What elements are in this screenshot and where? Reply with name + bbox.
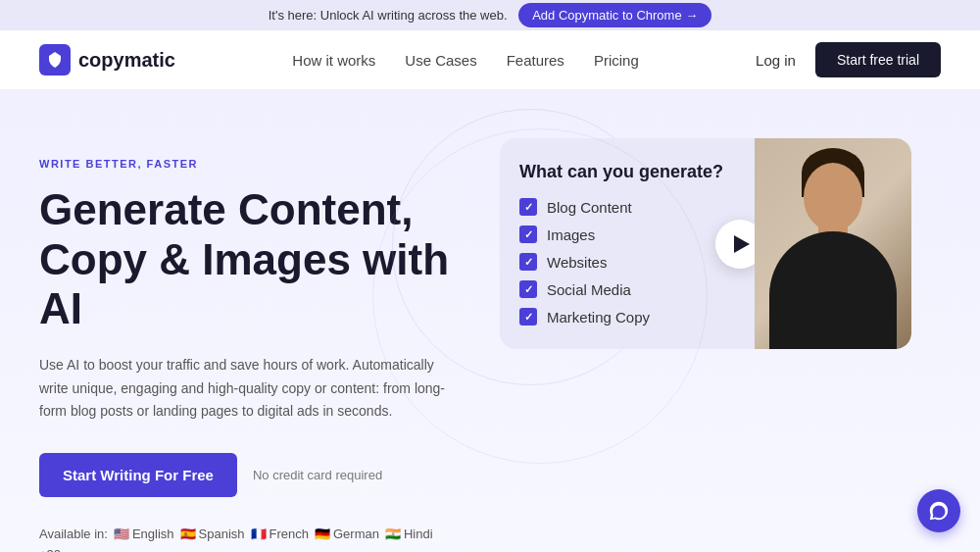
flag-german: 🇩🇪 <box>315 527 330 541</box>
nav-actions: Log in Start free trial <box>756 42 941 77</box>
check-icon <box>519 280 537 298</box>
label-french: French <box>270 527 309 541</box>
person-head <box>804 163 862 231</box>
trial-button[interactable]: Start free trial <box>815 42 941 77</box>
top-banner: It's here: Unlock AI writing across the … <box>0 0 980 30</box>
label-spanish: Spanish <box>199 527 245 541</box>
checklist-item-2: Images <box>547 226 595 243</box>
flag-spanish: 🇪🇸 <box>180 527 196 541</box>
cta-button[interactable]: Start Writing For Free <box>39 453 237 497</box>
lang-german: 🇩🇪 German <box>315 527 379 541</box>
left-column: WRITE BETTER, FASTER Generate Content,Co… <box>39 138 461 552</box>
lang-french: 🇫🇷 French <box>251 527 309 541</box>
person-body <box>769 231 897 349</box>
nav-pricing[interactable]: Pricing <box>594 52 639 69</box>
nav-features[interactable]: Features <box>507 52 564 69</box>
flag-hindi: 🇮🇳 <box>385 527 401 541</box>
check-icon <box>519 253 537 271</box>
checklist-item-3: Websites <box>547 254 607 271</box>
label-english: English <box>132 527 174 541</box>
check-icon <box>519 198 537 216</box>
logo[interactable]: copymatic <box>39 44 175 75</box>
navbar: copymatic How it works Use Cases Feature… <box>0 30 980 89</box>
main-content: WRITE BETTER, FASTER Generate Content,Co… <box>0 89 980 552</box>
label-hindi: Hindi <box>404 527 433 541</box>
banner-text: It's here: Unlock AI writing across the … <box>269 8 508 23</box>
label-german: German <box>333 527 379 541</box>
lang-hindi: 🇮🇳 Hindi <box>385 527 433 541</box>
nav-links: How it works Use Cases Features Pricing <box>292 52 638 69</box>
languages-prefix: Available in: <box>39 527 108 541</box>
nav-use-cases[interactable]: Use Cases <box>405 52 476 69</box>
checklist-item-4: Social Media <box>547 281 631 298</box>
right-column: What can you generate? Blog Content Imag… <box>500 138 911 552</box>
person-image <box>755 138 911 349</box>
nav-how-it-works[interactable]: How it works <box>292 52 375 69</box>
headline: Generate Content,Copy & Images with AI <box>39 185 461 334</box>
no-credit-card-note: No credit card required <box>253 468 382 482</box>
check-icon <box>519 308 537 326</box>
lang-spanish: 🇪🇸 Spanish <box>180 527 245 541</box>
banner-cta[interactable]: Add Copymatic to Chrome → <box>518 3 711 27</box>
logo-text: copymatic <box>78 49 175 72</box>
chat-button[interactable] <box>917 489 960 532</box>
checklist-item-1: Blog Content <box>547 199 632 216</box>
cta-row: Start Writing For Free No credit card re… <box>39 453 461 497</box>
play-triangle-icon <box>734 235 750 253</box>
logo-icon <box>39 44 71 75</box>
video-card: What can you generate? Blog Content Imag… <box>500 138 911 349</box>
login-button[interactable]: Log in <box>756 52 796 69</box>
check-icon <box>519 226 537 243</box>
flag-french: 🇫🇷 <box>251 527 267 541</box>
lang-english: 🇺🇸 English <box>114 527 174 541</box>
languages-row: Available in: 🇺🇸 English 🇪🇸 Spanish 🇫🇷 F… <box>39 527 461 552</box>
more-languages: +20 more <box>39 547 93 552</box>
tagline: WRITE BETTER, FASTER <box>39 158 461 170</box>
checklist-item-5: Marketing Copy <box>547 309 650 326</box>
flag-english: 🇺🇸 <box>114 527 129 541</box>
subtext: Use AI to boost your traffic and save ho… <box>39 354 461 424</box>
